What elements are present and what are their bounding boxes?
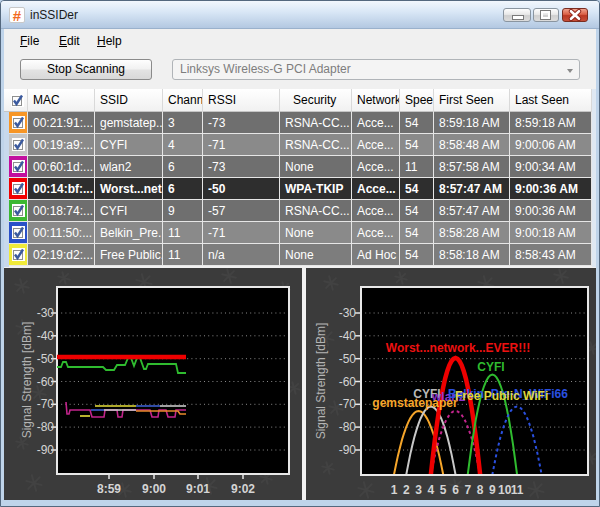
svg-text:9:00: 9:00 bbox=[142, 482, 166, 496]
svg-text:-60: -60 bbox=[37, 375, 55, 389]
svg-text:10: 10 bbox=[498, 483, 512, 497]
svg-text:-90: -90 bbox=[37, 443, 55, 457]
svg-text:-40: -40 bbox=[37, 329, 55, 343]
svg-text:4: 4 bbox=[428, 483, 435, 497]
svg-text:7: 7 bbox=[464, 483, 471, 497]
svg-text:Signal Strength [dBm]: Signal Strength [dBm] bbox=[20, 322, 34, 439]
svg-text:-90: -90 bbox=[339, 443, 357, 457]
svg-text:6: 6 bbox=[452, 483, 459, 497]
svg-text:-40: -40 bbox=[339, 329, 357, 343]
svg-text:-70: -70 bbox=[37, 397, 55, 411]
svg-text:9: 9 bbox=[489, 483, 496, 497]
svg-text:-50: -50 bbox=[37, 352, 55, 366]
svg-text:1: 1 bbox=[391, 483, 398, 497]
svg-text:3: 3 bbox=[415, 483, 422, 497]
svg-text:CYFI: CYFI bbox=[477, 360, 504, 374]
svg-text:gemstatepaper: gemstatepaper bbox=[372, 396, 458, 410]
svg-text:8:59: 8:59 bbox=[97, 482, 121, 496]
svg-text:8: 8 bbox=[477, 483, 484, 497]
svg-text:5: 5 bbox=[440, 483, 447, 497]
svg-text:9:01: 9:01 bbox=[186, 482, 210, 496]
svg-text:-50: -50 bbox=[339, 352, 357, 366]
svg-text:Free Public WiFi: Free Public WiFi bbox=[455, 389, 548, 403]
svg-text:-60: -60 bbox=[339, 375, 357, 389]
svg-text:11: 11 bbox=[511, 483, 524, 497]
svg-text:-30: -30 bbox=[339, 306, 357, 320]
svg-text:Signal Strength [dBm]: Signal Strength [dBm] bbox=[314, 323, 328, 440]
svg-text:Worst...network...EVER!!!: Worst...network...EVER!!! bbox=[386, 341, 530, 355]
svg-text:-30: -30 bbox=[37, 306, 55, 320]
svg-text:9:02: 9:02 bbox=[231, 482, 255, 496]
svg-text:2: 2 bbox=[403, 483, 410, 497]
svg-text:-80: -80 bbox=[37, 420, 55, 434]
svg-text:-70: -70 bbox=[339, 397, 357, 411]
svg-text:-80: -80 bbox=[339, 420, 357, 434]
